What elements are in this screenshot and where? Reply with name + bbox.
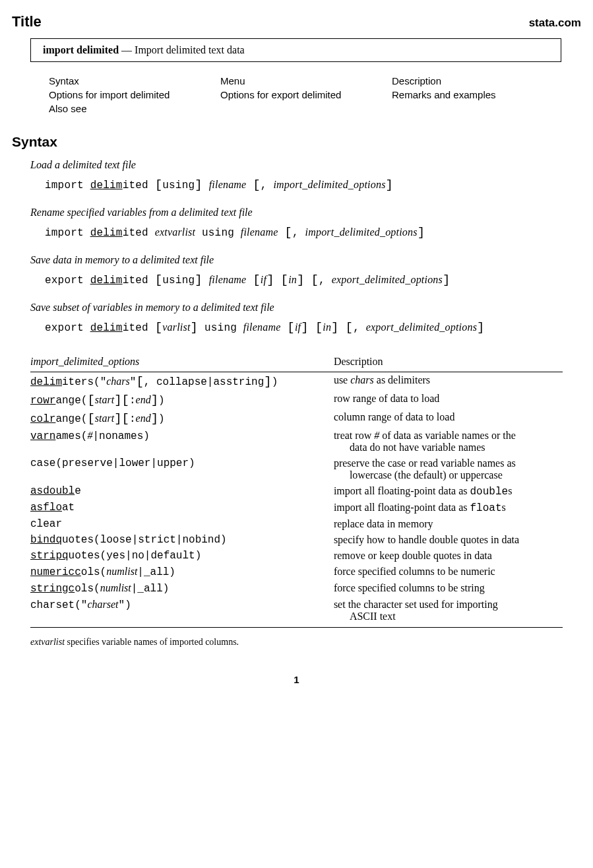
page-number: 1 [12, 674, 581, 685]
syntax-desc: Save data in memory to a delimited text … [30, 254, 581, 266]
option-description: column range of data to load [334, 409, 563, 428]
option-syntax: charset("charset") [30, 597, 334, 624]
option-description: use chars as delimiters [334, 372, 563, 391]
option-syntax: varnames(#|nonames) [30, 428, 334, 455]
table-row: numericcols(numlist|_all)force specified… [30, 564, 563, 580]
syntax-desc: Rename specified variables from a delimi… [30, 207, 581, 218]
nav-menu[interactable]: Menu [220, 75, 392, 86]
option-syntax: case(preserve|lower|upper) [30, 455, 334, 483]
option-syntax: rowrange([start][:end]) [30, 391, 334, 409]
table-row: case(preserve|lower|upper)preserve the c… [30, 455, 563, 483]
syntax-line: export delimited [using] filename [if] [… [45, 273, 581, 287]
table-row: charset("charset")set the character set … [30, 597, 563, 624]
option-description: row range of data to load [334, 391, 563, 409]
option-description: force specified columns to be numeric [334, 564, 563, 580]
option-description: import all floating-point data as floats [334, 500, 563, 516]
syntax-block-2: Rename specified variables from a delimi… [30, 207, 581, 240]
option-syntax: asdouble [30, 483, 334, 500]
nav-description[interactable]: Description [392, 75, 581, 86]
option-syntax: delimiters("chars"[, collapse|asstring]) [30, 372, 334, 391]
table-row: stringcols(numlist|_all)force specified … [30, 580, 563, 597]
syntax-line: import delimited extvarlist using filena… [45, 225, 581, 240]
command-title-box: import delimited — Import delimited text… [30, 38, 561, 62]
page-title-label: Title [12, 13, 42, 30]
option-description: treat row # of data as variable names or… [334, 428, 563, 455]
nav-remarks[interactable]: Remarks and examples [392, 89, 581, 100]
option-description: remove or keep double quotes in data [334, 548, 563, 564]
nav-syntax[interactable]: Syntax [49, 75, 220, 86]
option-description: specify how to handle double quotes in d… [334, 532, 563, 548]
command-name: import delimited [43, 44, 119, 55]
command-description: Import delimited text data [135, 44, 245, 55]
footnote-term: extvarlist [30, 637, 65, 647]
brand-link[interactable]: stata.com [529, 17, 581, 30]
table-row: colrange([start][:end])column range of d… [30, 409, 563, 428]
footnote-text: specifies variable names of imported col… [65, 637, 239, 647]
option-description: force specified columns to be string [334, 580, 563, 597]
syntax-desc: Load a delimited text file [30, 159, 581, 171]
option-syntax: stringcols(numlist|_all) [30, 580, 334, 597]
syntax-line: import delimited [using] filename [, imp… [45, 178, 581, 192]
nav-links: Syntax Menu Description Options for impo… [49, 75, 581, 114]
table-row: stripquotes(yes|no|default)remove or kee… [30, 548, 563, 564]
option-description: import all floating-point data as double… [334, 483, 563, 500]
table-row: asfloatimport all floating-point data as… [30, 500, 563, 516]
nav-options-export[interactable]: Options for export delimited [220, 89, 392, 100]
table-bottom-rule [30, 627, 563, 628]
syntax-heading: Syntax [12, 134, 581, 150]
syntax-block-1: Load a delimited text file import delimi… [30, 159, 581, 192]
table-row: bindquotes(loose|strict|nobind)specify h… [30, 532, 563, 548]
option-description: set the character set used for importing… [334, 597, 563, 624]
table-row: asdoubleimport all floating-point data a… [30, 483, 563, 500]
option-syntax: stripquotes(yes|no|default) [30, 548, 334, 564]
option-syntax: numericcols(numlist|_all) [30, 564, 334, 580]
option-syntax: bindquotes(loose|strict|nobind) [30, 532, 334, 548]
option-description: preserve the case or read variable names… [334, 455, 563, 483]
option-syntax: colrange([start][:end]) [30, 409, 334, 428]
syntax-line: export delimited [varlist] using filenam… [45, 320, 581, 335]
footnote: extvarlist specifies variable names of i… [30, 637, 563, 648]
options-table: import_delimited_options Description del… [30, 353, 563, 624]
syntax-block-3: Save data in memory to a delimited text … [30, 254, 581, 287]
table-row: rowrange([start][:end])row range of data… [30, 391, 563, 409]
option-description: replace data in memory [334, 516, 563, 532]
table-row: clearreplace data in memory [30, 516, 563, 532]
syntax-block-4: Save subset of variables in memory to a … [30, 302, 581, 335]
option-syntax: asfloat [30, 500, 334, 516]
option-syntax: clear [30, 516, 334, 532]
nav-options-import[interactable]: Options for import delimited [49, 89, 220, 100]
table-row: varnames(#|nonames)treat row # of data a… [30, 428, 563, 455]
options-col1-header: import_delimited_options [30, 353, 334, 372]
options-col2-header: Description [334, 353, 563, 372]
nav-also-see[interactable]: Also see [49, 103, 220, 114]
syntax-desc: Save subset of variables in memory to a … [30, 302, 581, 314]
command-sep: — [119, 44, 135, 55]
table-row: delimiters("chars"[, collapse|asstring])… [30, 372, 563, 391]
